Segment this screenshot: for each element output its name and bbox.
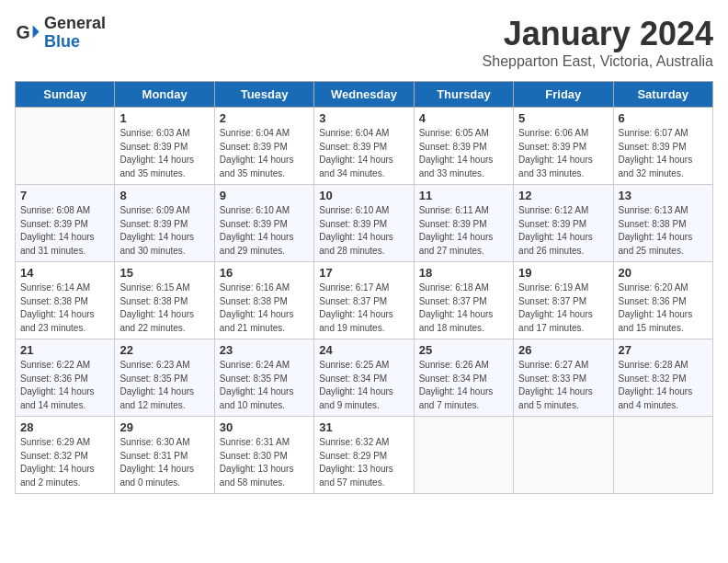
cell-info: Sunrise: 6:23 AM Sunset: 8:35 PM Dayligh… [119, 359, 209, 412]
calendar-cell: 28Sunrise: 6:29 AM Sunset: 8:32 PM Dayli… [16, 417, 115, 494]
day-number: 1 [119, 111, 209, 125]
week-row-4: 21Sunrise: 6:22 AM Sunset: 8:36 PM Dayli… [16, 339, 713, 417]
day-number: 13 [619, 189, 708, 202]
cell-info: Sunrise: 6:09 AM Sunset: 8:39 PM Dayligh… [119, 204, 209, 258]
week-row-2: 7Sunrise: 6:08 AM Sunset: 8:39 PM Daylig… [16, 185, 713, 262]
week-row-3: 14Sunrise: 6:14 AM Sunset: 8:38 PM Dayli… [16, 262, 713, 339]
cell-info: Sunrise: 6:26 AM Sunset: 8:34 PM Dayligh… [419, 359, 508, 412]
calendar-cell: 10Sunrise: 6:10 AM Sunset: 8:39 PM Dayli… [314, 185, 414, 262]
day-number: 4 [419, 111, 508, 125]
calendar-cell: 5Sunrise: 6:06 AM Sunset: 8:39 PM Daylig… [514, 108, 613, 185]
cell-info: Sunrise: 6:10 AM Sunset: 8:39 PM Dayligh… [220, 204, 309, 258]
calendar-table: SundayMondayTuesdayWednesdayThursdayFrid… [15, 81, 713, 494]
cell-info: Sunrise: 6:07 AM Sunset: 8:39 PM Dayligh… [619, 127, 708, 180]
svg-text:G: G [16, 21, 29, 41]
day-number: 22 [119, 343, 209, 357]
day-number: 12 [518, 189, 608, 202]
cell-info: Sunrise: 6:13 AM Sunset: 8:38 PM Dayligh… [619, 204, 708, 258]
calendar-cell: 27Sunrise: 6:28 AM Sunset: 8:32 PM Dayli… [613, 339, 712, 417]
day-number: 27 [619, 343, 708, 357]
day-number: 3 [319, 111, 408, 125]
calendar-cell: 31Sunrise: 6:32 AM Sunset: 8:29 PM Dayli… [314, 417, 414, 494]
calendar-cell: 17Sunrise: 6:17 AM Sunset: 8:37 PM Dayli… [314, 262, 414, 339]
calendar-cell: 6Sunrise: 6:07 AM Sunset: 8:39 PM Daylig… [613, 108, 712, 185]
day-number: 8 [119, 189, 209, 202]
calendar-cell: 9Sunrise: 6:10 AM Sunset: 8:39 PM Daylig… [214, 185, 313, 262]
cell-info: Sunrise: 6:17 AM Sunset: 8:37 PM Dayligh… [319, 282, 408, 335]
day-number: 18 [419, 266, 508, 280]
location-subtitle: Shepparton East, Victoria, Australia [483, 53, 713, 70]
day-header-friday: Friday [514, 82, 613, 108]
cell-info: Sunrise: 6:30 AM Sunset: 8:31 PM Dayligh… [119, 436, 209, 489]
cell-info: Sunrise: 6:04 AM Sunset: 8:39 PM Dayligh… [319, 127, 408, 180]
calendar-cell: 22Sunrise: 6:23 AM Sunset: 8:35 PM Dayli… [115, 339, 214, 417]
day-header-monday: Monday [115, 82, 214, 108]
cell-info: Sunrise: 6:31 AM Sunset: 8:30 PM Dayligh… [220, 436, 309, 489]
cell-info: Sunrise: 6:11 AM Sunset: 8:39 PM Dayligh… [419, 204, 508, 258]
calendar-cell: 12Sunrise: 6:12 AM Sunset: 8:39 PM Dayli… [514, 185, 613, 262]
day-number: 17 [319, 266, 408, 280]
day-number: 5 [518, 111, 608, 125]
day-number: 2 [220, 111, 309, 125]
calendar-cell: 20Sunrise: 6:20 AM Sunset: 8:36 PM Dayli… [613, 262, 712, 339]
day-number: 29 [119, 420, 209, 434]
cell-info: Sunrise: 6:12 AM Sunset: 8:39 PM Dayligh… [518, 204, 608, 258]
day-number: 15 [119, 266, 209, 280]
day-header-wednesday: Wednesday [314, 82, 414, 108]
svg-marker-1 [33, 25, 40, 38]
day-number: 31 [319, 420, 408, 434]
cell-info: Sunrise: 6:05 AM Sunset: 8:39 PM Dayligh… [419, 127, 508, 180]
calendar-cell: 3Sunrise: 6:04 AM Sunset: 8:39 PM Daylig… [314, 108, 414, 185]
cell-info: Sunrise: 6:25 AM Sunset: 8:34 PM Dayligh… [319, 359, 408, 412]
calendar-cell: 30Sunrise: 6:31 AM Sunset: 8:30 PM Dayli… [214, 417, 313, 494]
day-number: 24 [319, 343, 408, 357]
cell-info: Sunrise: 6:20 AM Sunset: 8:36 PM Dayligh… [619, 282, 708, 335]
calendar-cell: 25Sunrise: 6:26 AM Sunset: 8:34 PM Dayli… [414, 339, 513, 417]
calendar-cell: 19Sunrise: 6:19 AM Sunset: 8:37 PM Dayli… [514, 262, 613, 339]
day-number: 6 [619, 111, 708, 125]
week-row-1: 1Sunrise: 6:03 AM Sunset: 8:39 PM Daylig… [16, 108, 713, 185]
day-header-saturday: Saturday [613, 82, 712, 108]
day-header-tuesday: Tuesday [214, 82, 313, 108]
calendar-cell: 14Sunrise: 6:14 AM Sunset: 8:38 PM Dayli… [16, 262, 115, 339]
header: G General Blue January 2024 Shepparton E… [15, 15, 713, 70]
calendar-cell: 24Sunrise: 6:25 AM Sunset: 8:34 PM Dayli… [314, 339, 414, 417]
day-number: 19 [518, 266, 608, 280]
day-header-sunday: Sunday [16, 82, 115, 108]
cell-info: Sunrise: 6:19 AM Sunset: 8:37 PM Dayligh… [518, 282, 608, 335]
calendar-cell: 23Sunrise: 6:24 AM Sunset: 8:35 PM Dayli… [214, 339, 313, 417]
day-number: 30 [220, 420, 309, 434]
cell-info: Sunrise: 6:08 AM Sunset: 8:39 PM Dayligh… [20, 204, 109, 258]
cell-info: Sunrise: 6:15 AM Sunset: 8:38 PM Dayligh… [119, 282, 209, 335]
calendar-cell: 1Sunrise: 6:03 AM Sunset: 8:39 PM Daylig… [115, 108, 214, 185]
calendar-cell: 8Sunrise: 6:09 AM Sunset: 8:39 PM Daylig… [115, 185, 214, 262]
cell-info: Sunrise: 6:03 AM Sunset: 8:39 PM Dayligh… [119, 127, 209, 180]
day-number: 10 [319, 189, 408, 202]
day-number: 26 [518, 343, 608, 357]
calendar-cell: 4Sunrise: 6:05 AM Sunset: 8:39 PM Daylig… [414, 108, 513, 185]
day-number: 28 [20, 420, 109, 434]
day-number: 14 [20, 266, 109, 280]
cell-info: Sunrise: 6:24 AM Sunset: 8:35 PM Dayligh… [220, 359, 309, 412]
calendar-cell: 15Sunrise: 6:15 AM Sunset: 8:38 PM Dayli… [115, 262, 214, 339]
day-number: 21 [20, 343, 109, 357]
cell-info: Sunrise: 6:22 AM Sunset: 8:36 PM Dayligh… [20, 359, 109, 412]
day-number: 9 [220, 189, 309, 202]
calendar-cell: 11Sunrise: 6:11 AM Sunset: 8:39 PM Dayli… [414, 185, 513, 262]
calendar-cell [414, 417, 513, 494]
day-number: 20 [619, 266, 708, 280]
cell-info: Sunrise: 6:29 AM Sunset: 8:32 PM Dayligh… [20, 436, 109, 489]
logo-text-general: General [44, 14, 106, 32]
calendar-cell [16, 108, 115, 185]
calendar-cell: 2Sunrise: 6:04 AM Sunset: 8:39 PM Daylig… [214, 108, 313, 185]
day-number: 11 [419, 189, 508, 202]
cell-info: Sunrise: 6:18 AM Sunset: 8:37 PM Dayligh… [419, 282, 508, 335]
day-number: 25 [419, 343, 508, 357]
cell-info: Sunrise: 6:06 AM Sunset: 8:39 PM Dayligh… [518, 127, 608, 180]
day-number: 23 [220, 343, 309, 357]
cell-info: Sunrise: 6:14 AM Sunset: 8:38 PM Dayligh… [20, 282, 109, 335]
logo-icon: G [15, 20, 40, 46]
cell-info: Sunrise: 6:27 AM Sunset: 8:33 PM Dayligh… [518, 359, 608, 412]
calendar-cell: 13Sunrise: 6:13 AM Sunset: 8:38 PM Dayli… [613, 185, 712, 262]
calendar-cell [514, 417, 613, 494]
